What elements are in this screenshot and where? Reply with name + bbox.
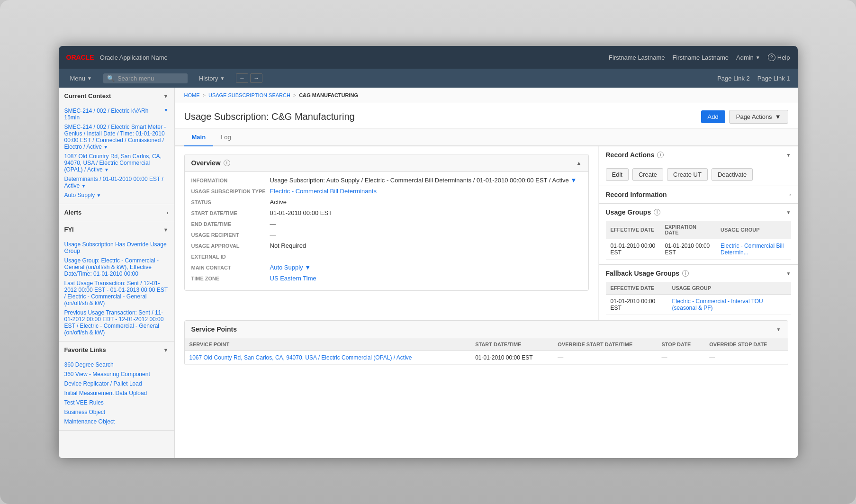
- sidebar-item[interactable]: SMEC-214 / 002 / Electric Smart Meter - …: [59, 122, 174, 152]
- info-dropdown-icon[interactable]: ▼: [570, 177, 577, 184]
- usage-groups-header[interactable]: Usage Groups i ▼: [599, 204, 798, 221]
- favorite-link-maintenance-object[interactable]: Maintenance Object: [59, 417, 174, 426]
- favorite-links-header[interactable]: Favorite Links ▼: [59, 342, 174, 358]
- breadcrumb-search[interactable]: USAGE SUBSCRIPTION SEARCH: [208, 92, 290, 98]
- breadcrumb-home[interactable]: HOME: [184, 92, 200, 98]
- left-panel: Overview i ▲ INFORMATION Usa: [175, 146, 599, 320]
- favorite-link-360-search[interactable]: 360 Degree Search: [59, 360, 174, 369]
- fallback-usage-groups-info-icon[interactable]: i: [682, 270, 689, 277]
- tab-log[interactable]: Log: [213, 129, 239, 146]
- add-button[interactable]: Add: [701, 110, 725, 123]
- usage-subscription-type-link[interactable]: Electric - Commercial Bill Determinants: [270, 188, 377, 195]
- forward-arrow-button[interactable]: →: [250, 73, 262, 83]
- search-box: 🔍: [103, 73, 188, 83]
- time-zone-link[interactable]: US Eastern Time: [270, 275, 316, 282]
- overview-chevron-icon: ▲: [577, 160, 582, 166]
- main-contact-link[interactable]: Auto Supply: [270, 264, 303, 271]
- usage-groups-effective-date: 01-01-2010 00:00 EST: [606, 239, 660, 260]
- service-points-header[interactable]: Service Points ▼: [185, 321, 788, 338]
- favorite-link-device-replicator[interactable]: Device Replicator / Pallet Load: [59, 379, 174, 388]
- usage-groups-info-icon[interactable]: i: [654, 209, 660, 216]
- start-date-row: START DATE/TIME 01-01-2010 00:00 EST: [191, 209, 582, 216]
- page-title: Usage Subscription: C&G Manufacturing: [184, 111, 355, 122]
- user-name[interactable]: Firstname Lastname: [672, 54, 729, 61]
- dropdown-icon[interactable]: ▼: [164, 108, 169, 113]
- usage-groups-col-effective-date: EFFECTIVE DATE: [606, 221, 660, 239]
- favorite-link-business-object[interactable]: Business Object: [59, 407, 174, 417]
- information-value: Usage Subscription: Auto Supply / Electr…: [270, 177, 582, 184]
- fallback-usage-groups-table: EFFECTIVE DATE USAGE GROUP 01-01-2010 00…: [606, 282, 791, 315]
- sidebar-item[interactable]: Determinants / 01-01-2010 00:00 EST / Ac…: [59, 174, 174, 190]
- alerts-section: Alerts ‹: [59, 204, 174, 221]
- sp-col-override-stop: OVERRIDE STOP DATE: [704, 338, 787, 351]
- fallback-usage-groups-header[interactable]: Fallback Usage Groups i ▼: [599, 265, 798, 282]
- overview-section: Overview i ▲ INFORMATION Usa: [184, 154, 589, 291]
- main-contact-row: MAIN CONTACT Auto Supply ▼: [191, 264, 582, 271]
- fyi-header[interactable]: FYI ▼: [59, 221, 174, 238]
- service-points-chevron-icon: ▼: [776, 327, 781, 332]
- page-actions-button[interactable]: Page Actions ▼: [729, 110, 788, 124]
- favorite-link-initial-measurement[interactable]: Initial Measurement Data Upload: [59, 388, 174, 398]
- fallback-usage-group-link[interactable]: Electric - Commercial - Interval TOU (se…: [672, 298, 763, 311]
- sidebar-item[interactable]: 1087 Old Country Rd, San Carlos, CA, 940…: [59, 152, 174, 174]
- sidebar-item[interactable]: Auto Supply ▼: [59, 190, 174, 200]
- sidebar-item[interactable]: SMEC-214 / 002 / Electric kVARh 15min ▼: [59, 106, 174, 122]
- search-icon: 🔍: [107, 75, 115, 82]
- deactivate-button[interactable]: Deactivate: [712, 168, 753, 181]
- search-input[interactable]: [117, 75, 184, 82]
- fyi-item[interactable]: Usage Subscription Has Override Usage Gr…: [59, 240, 174, 256]
- fyi-item[interactable]: Last Usage Transaction: Sent / 12-01-201…: [59, 279, 174, 308]
- page-header: Usage Subscription: C&G Manufacturing Ad…: [175, 103, 798, 129]
- overview-section-header[interactable]: Overview i ▲: [185, 154, 588, 172]
- fyi-item[interactable]: Usage Group: Electric - Commercial - Gen…: [59, 256, 174, 279]
- record-actions-title: Record Actions: [606, 151, 655, 159]
- usage-groups-expiration-date: 01-01-2010 00:00 EST: [660, 239, 716, 260]
- status-value: Active: [270, 198, 582, 206]
- page-link-2[interactable]: Page Link 2: [717, 75, 750, 82]
- fyi-item[interactable]: Previous Usage Transaction: Sent / 11-01…: [59, 308, 174, 337]
- current-context-chevron: ▼: [163, 93, 169, 99]
- record-actions-header[interactable]: Record Actions i ▼: [599, 146, 798, 163]
- sp-col-start-date: START DATE/TIME: [470, 338, 553, 351]
- usage-approval-row: USAGE APPROVAL Not Required: [191, 242, 582, 249]
- status-label: STATUS: [191, 198, 267, 205]
- usage-groups-chevron-icon: ▼: [786, 210, 791, 215]
- overview-title: Overview: [191, 159, 221, 167]
- history-button[interactable]: History ▼: [195, 73, 228, 84]
- favorite-link-360-view[interactable]: 360 View - Measuring Component: [59, 369, 174, 379]
- record-information-header[interactable]: Record Information ‹: [599, 186, 798, 203]
- external-id-value: —: [270, 253, 582, 260]
- favorite-link-test-vee[interactable]: Test VEE Rules: [59, 398, 174, 407]
- page-link-1[interactable]: Page Link 1: [757, 75, 790, 82]
- usage-groups-usage-group-link[interactable]: Electric - Commercial Bill Determin...: [721, 243, 784, 256]
- alerts-chevron: ‹: [167, 210, 169, 216]
- user-menu[interactable]: Firstname Lastname: [609, 54, 665, 61]
- main-contact-dropdown-icon[interactable]: ▼: [305, 264, 311, 271]
- back-arrow-button[interactable]: ←: [236, 73, 248, 83]
- sp-start-date: 01-01-2010 00:00 EST: [470, 351, 553, 365]
- sp-col-stop-date: STOP DATE: [657, 338, 705, 351]
- usage-groups-col-expiration-date: EXPIRATION DATE: [660, 221, 716, 239]
- time-zone-row: TIME ZONE US Eastern Time: [191, 275, 582, 282]
- sp-override-start: —: [553, 351, 657, 365]
- time-zone-label: TIME ZONE: [191, 275, 267, 281]
- sp-service-point-link[interactable]: 1067 Old County Rd, San Carlos, CA, 9407…: [189, 354, 412, 361]
- create-button[interactable]: Create: [632, 168, 663, 181]
- fallback-row: 01-01-2010 00:00 EST Electric - Commerci…: [606, 295, 791, 315]
- create-ut-button[interactable]: Create UT: [667, 168, 708, 181]
- usage-approval-value: Not Required: [270, 242, 582, 249]
- admin-menu[interactable]: Admin ▼: [736, 54, 760, 61]
- alerts-header[interactable]: Alerts ‹: [59, 204, 174, 221]
- menu-button[interactable]: Menu ▼: [66, 73, 96, 84]
- tab-main[interactable]: Main: [184, 129, 214, 146]
- current-context-section: Current Context ▼ SMEC-214 / 002 / Elect…: [59, 88, 174, 204]
- overview-info-icon[interactable]: i: [224, 160, 230, 166]
- start-date-value: 01-01-2010 00:00 EST: [270, 209, 582, 216]
- edit-button[interactable]: Edit: [606, 168, 629, 181]
- sidebar: Current Context ▼ SMEC-214 / 002 / Elect…: [59, 88, 175, 458]
- help-link[interactable]: ? Help: [768, 54, 790, 61]
- current-context-header[interactable]: Current Context ▼: [59, 88, 174, 104]
- right-panel: Record Actions i ▼ Edit Create Create UT: [599, 146, 798, 320]
- fallback-effective-date: 01-01-2010 00:00 EST: [606, 295, 667, 315]
- record-actions-info-icon[interactable]: i: [657, 152, 664, 158]
